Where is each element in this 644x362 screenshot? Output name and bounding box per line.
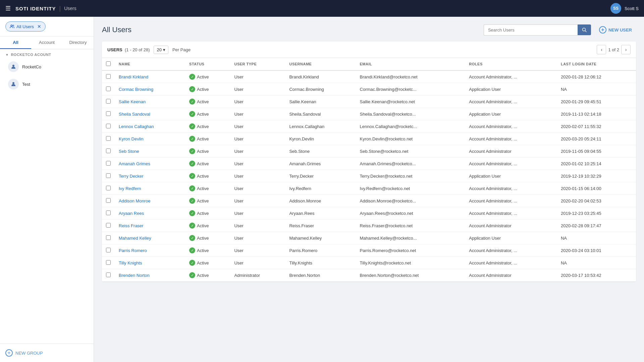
- row-status: ✓ Active: [185, 257, 230, 269]
- user-name-link[interactable]: Seb Stone: [119, 149, 139, 154]
- user-name-link[interactable]: Aryaan Rees: [119, 211, 144, 216]
- row-checkbox[interactable]: [106, 74, 111, 79]
- row-roles: Account Administrator, ...: [465, 96, 557, 108]
- user-name-link[interactable]: Brenden Norton: [119, 273, 150, 278]
- row-checkbox[interactable]: [106, 148, 111, 153]
- user-name-link[interactable]: Lennox Callaghan: [119, 124, 154, 129]
- row-username: Mahamed.Kelley: [285, 232, 356, 244]
- row-username: Parris.Romero: [285, 244, 356, 257]
- hamburger-menu-icon[interactable]: ☰: [5, 5, 11, 12]
- row-checkbox[interactable]: [106, 210, 111, 215]
- user-name-link[interactable]: Kyron Devlin: [119, 136, 144, 141]
- user-name-link[interactable]: Cormac Browning: [119, 87, 153, 92]
- users-count: USERS (1 - 20 of 28): [107, 47, 150, 52]
- user-name-link[interactable]: Parris Romero: [119, 248, 147, 253]
- users-range: 1 - 20 of 28: [126, 47, 148, 52]
- active-status-icon: ✓: [189, 123, 195, 129]
- tab-directory[interactable]: Directory: [62, 37, 94, 49]
- row-checkbox[interactable]: [106, 273, 111, 277]
- row-user-type: User: [230, 232, 285, 244]
- user-name-link[interactable]: Sallie Keenan: [119, 99, 146, 104]
- search-input[interactable]: [484, 24, 578, 36]
- row-checkbox[interactable]: [106, 248, 111, 252]
- row-roles: Account Administrator, ...: [465, 257, 557, 269]
- active-status-icon: ✓: [189, 235, 195, 241]
- row-last-login: 2019-11-05 09:04:55: [557, 145, 636, 158]
- user-name-link[interactable]: Addison Monroe: [119, 198, 151, 203]
- user-name-link[interactable]: Tilly Knights: [119, 260, 142, 265]
- new-group-button[interactable]: + NEW GROUP: [5, 349, 88, 357]
- row-checkbox[interactable]: [106, 186, 111, 190]
- row-name: Sallie Keenan: [115, 96, 185, 108]
- row-checkbox[interactable]: [106, 86, 111, 91]
- status-label: Active: [197, 211, 209, 216]
- active-status-icon: ✓: [189, 136, 195, 142]
- page-indicator: 1 of 2: [608, 47, 619, 52]
- row-name: Seb Stone: [115, 145, 185, 158]
- chip-close-icon[interactable]: ✕: [37, 24, 41, 29]
- row-status: ✓ Active: [185, 220, 230, 232]
- active-status-icon: ✓: [189, 185, 195, 191]
- row-checkbox[interactable]: [106, 99, 111, 104]
- row-checkbox[interactable]: [106, 260, 111, 265]
- row-status: ✓ Active: [185, 120, 230, 133]
- row-checkbox[interactable]: [106, 223, 111, 228]
- row-last-login: 2020-03-17 10:53:42: [557, 269, 636, 282]
- row-checkbox[interactable]: [106, 136, 111, 141]
- user-name-link[interactable]: Brandi Kirkland: [119, 74, 148, 79]
- row-email: Sheila.Sandoval@rocketco...: [356, 108, 465, 120]
- select-all-checkbox[interactable]: [106, 61, 111, 66]
- sidebar-bottom: + NEW GROUP: [0, 344, 94, 362]
- row-status: ✓ Active: [185, 232, 230, 244]
- tab-all[interactable]: All: [0, 37, 31, 49]
- row-roles: Account Administrator, ...: [465, 133, 557, 145]
- sidebar-item-test[interactable]: Test: [0, 75, 94, 93]
- tab-account[interactable]: Account: [31, 37, 62, 49]
- row-username: Seb.Stone: [285, 145, 356, 158]
- row-checkbox[interactable]: [106, 173, 111, 178]
- prev-page-button[interactable]: ‹: [597, 45, 606, 54]
- row-checkbox-cell: [102, 232, 115, 244]
- status-label: Active: [197, 87, 209, 92]
- search-button[interactable]: [578, 24, 591, 35]
- sidebar-item-rocketco[interactable]: RocketCo: [0, 58, 94, 75]
- user-name-link[interactable]: Reiss Fraser: [119, 223, 144, 228]
- sidebar-tabs: All Account Directory: [0, 37, 94, 49]
- new-user-button[interactable]: + NEW USER: [595, 23, 636, 36]
- row-username: Brenden.Norton: [285, 269, 356, 282]
- row-roles: Account Administrator: [465, 145, 557, 158]
- row-checkbox[interactable]: [106, 198, 111, 203]
- row-checkbox-cell: [102, 195, 115, 207]
- all-users-chip[interactable]: All Users ✕: [5, 21, 46, 32]
- sidebar-item-test-label: Test: [22, 82, 30, 87]
- th-roles: ROLES: [465, 58, 557, 70]
- active-status-icon: ✓: [189, 111, 195, 117]
- user-name-link[interactable]: Terry Decker: [119, 174, 144, 179]
- row-checkbox[interactable]: [106, 235, 111, 240]
- active-status-icon: ✓: [189, 161, 195, 167]
- row-checkbox[interactable]: [106, 161, 111, 166]
- per-page-select[interactable]: 20 ▾: [154, 46, 168, 54]
- row-checkbox[interactable]: [106, 124, 111, 128]
- row-status: ✓ Active: [185, 70, 230, 83]
- page-title: All Users: [102, 25, 131, 34]
- next-page-button[interactable]: ›: [621, 45, 631, 54]
- sidebar-section-header[interactable]: ▼ ROCKETCO ACOUNT: [0, 49, 94, 58]
- row-roles: Application User: [465, 232, 557, 244]
- rocketco-icon: [8, 61, 19, 72]
- row-status: ✓ Active: [185, 158, 230, 170]
- row-checkbox[interactable]: [106, 111, 111, 116]
- user-name-link[interactable]: Sheila Sandoval: [119, 112, 150, 117]
- sidebar-filter-area: All Users ✕: [0, 17, 94, 37]
- avatar[interactable]: SS: [610, 3, 621, 14]
- user-name-link[interactable]: Ivy Redfern: [119, 186, 141, 191]
- nav-user-area: SS Scott S: [610, 3, 639, 14]
- test-icon: [8, 79, 19, 89]
- row-user-type: User: [230, 182, 285, 195]
- main-content: All Users + NEW USER: [94, 17, 644, 362]
- user-name-link[interactable]: Mahamed Kelley: [119, 236, 151, 241]
- row-checkbox-cell: [102, 170, 115, 182]
- table-row: Mahamed Kelley ✓ Active User Mahamed.Kel…: [102, 232, 636, 244]
- user-name-link[interactable]: Amanah Grimes: [119, 161, 150, 166]
- row-last-login: 2019-11-13 02:14:18: [557, 108, 636, 120]
